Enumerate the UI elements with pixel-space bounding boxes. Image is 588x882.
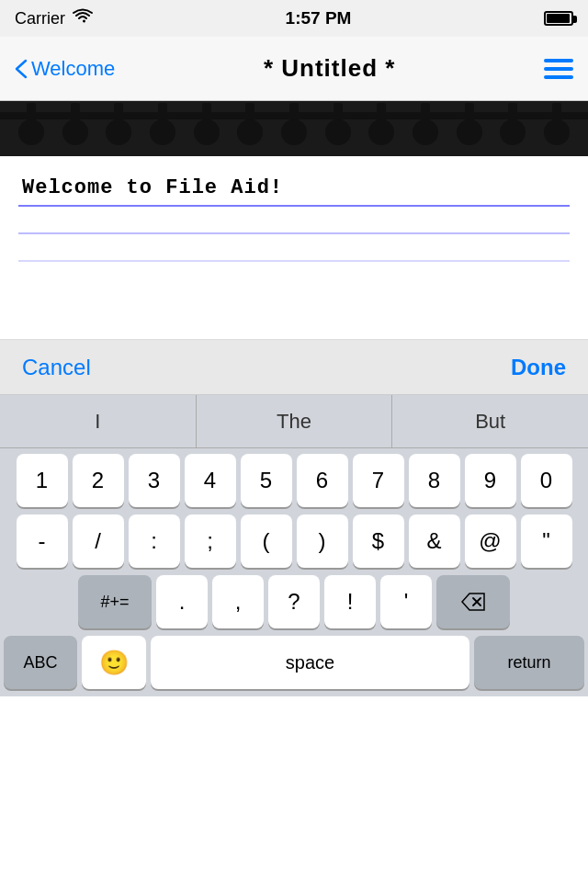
key-7[interactable]: 7 bbox=[353, 454, 404, 507]
ring-3 bbox=[106, 103, 131, 145]
battery-icon bbox=[544, 11, 573, 26]
back-label: Welcome bbox=[31, 57, 115, 81]
key-semicolon[interactable]: ; bbox=[185, 514, 236, 568]
back-button[interactable]: Welcome bbox=[15, 57, 115, 81]
key-4[interactable]: 4 bbox=[185, 454, 236, 507]
done-button[interactable]: Done bbox=[511, 355, 566, 380]
key-slash[interactable]: / bbox=[73, 514, 124, 568]
bottom-row: ABC 🙂 space return bbox=[0, 630, 588, 696]
line-separator-1 bbox=[18, 232, 570, 234]
key-3[interactable]: 3 bbox=[129, 454, 180, 507]
key-at[interactable]: @ bbox=[465, 514, 516, 568]
key-open-paren[interactable]: ( bbox=[241, 514, 292, 568]
key-quote[interactable]: " bbox=[521, 514, 572, 568]
autocomplete-The[interactable]: The bbox=[197, 395, 393, 447]
ring-4 bbox=[150, 103, 175, 145]
key-period[interactable]: . bbox=[156, 575, 208, 628]
key-dash[interactable]: - bbox=[17, 514, 68, 568]
carrier-label: Carrier bbox=[15, 9, 65, 28]
ring-11 bbox=[457, 103, 482, 145]
status-time: 1:57 PM bbox=[286, 8, 352, 28]
notebook-binding bbox=[0, 101, 588, 156]
autocomplete-I[interactable]: I bbox=[0, 395, 197, 447]
symbol-row-1: - / : ; ( ) $ & @ " bbox=[0, 509, 588, 570]
ring-13 bbox=[544, 103, 570, 145]
ring-10 bbox=[413, 103, 438, 145]
backspace-key[interactable] bbox=[436, 575, 510, 628]
key-space[interactable]: space bbox=[151, 636, 469, 689]
key-9[interactable]: 9 bbox=[465, 454, 516, 507]
wifi-icon bbox=[73, 8, 93, 28]
keyboard: I The But 1 2 3 4 5 6 7 8 9 0 - / : ; ( … bbox=[0, 395, 588, 696]
nav-bar: Welcome * Untitled * bbox=[0, 37, 588, 101]
menu-icon-line2 bbox=[544, 67, 573, 71]
key-return[interactable]: return bbox=[474, 636, 584, 689]
key-question[interactable]: ? bbox=[268, 575, 320, 628]
key-6[interactable]: 6 bbox=[297, 454, 348, 507]
key-exclaim[interactable]: ! bbox=[324, 575, 376, 628]
key-emoji[interactable]: 🙂 bbox=[82, 636, 146, 689]
ring-8 bbox=[325, 103, 351, 145]
status-left: Carrier bbox=[15, 8, 93, 28]
nav-title: * Untitled * bbox=[264, 54, 395, 83]
key-dollar[interactable]: $ bbox=[353, 514, 404, 568]
number-row: 1 2 3 4 5 6 7 8 9 0 bbox=[0, 448, 588, 509]
ring-12 bbox=[500, 103, 526, 145]
key-1[interactable]: 1 bbox=[17, 454, 68, 507]
menu-button[interactable] bbox=[544, 59, 573, 79]
key-ampersand[interactable]: & bbox=[409, 514, 460, 568]
key-abc[interactable]: ABC bbox=[4, 636, 77, 689]
ring-6 bbox=[237, 103, 263, 145]
key-hashplus[interactable]: #+= bbox=[78, 575, 152, 628]
key-5[interactable]: 5 bbox=[241, 454, 292, 507]
binding-circles bbox=[0, 101, 588, 145]
toolbar-row: Cancel Done bbox=[0, 340, 588, 395]
content-area bbox=[0, 156, 588, 340]
key-0[interactable]: 0 bbox=[521, 454, 572, 507]
key-colon[interactable]: : bbox=[129, 514, 180, 568]
status-bar: Carrier 1:57 PM bbox=[0, 0, 588, 37]
autocomplete-bar: I The But bbox=[0, 395, 588, 448]
title-input[interactable] bbox=[18, 171, 570, 207]
cancel-button[interactable]: Cancel bbox=[22, 355, 91, 380]
key-apostrophe[interactable]: ' bbox=[380, 575, 432, 628]
key-8[interactable]: 8 bbox=[409, 454, 460, 507]
ring-9 bbox=[368, 103, 394, 145]
ring-7 bbox=[281, 103, 307, 145]
key-close-paren[interactable]: ) bbox=[297, 514, 348, 568]
line-separator-2 bbox=[18, 260, 570, 262]
status-right bbox=[544, 11, 573, 26]
menu-icon-line3 bbox=[544, 75, 573, 79]
menu-icon-line1 bbox=[544, 59, 573, 62]
key-2[interactable]: 2 bbox=[73, 454, 124, 507]
key-comma[interactable]: , bbox=[212, 575, 264, 628]
symbol-row-2: #+= . , ? ! ' bbox=[0, 570, 588, 630]
ring-5 bbox=[194, 103, 220, 145]
ring-2 bbox=[62, 103, 88, 145]
autocomplete-But[interactable]: But bbox=[392, 395, 588, 447]
ring-1 bbox=[18, 103, 44, 145]
